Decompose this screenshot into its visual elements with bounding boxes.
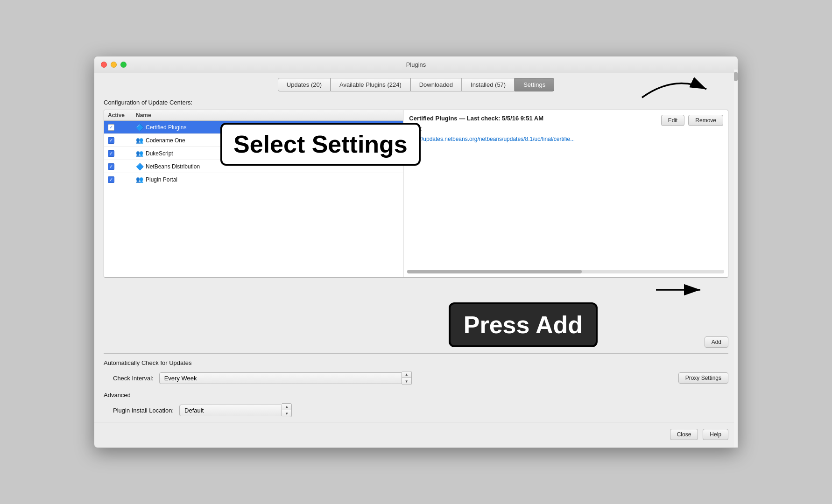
people-icon-4: 👥: [136, 176, 143, 183]
plugins-window: Plugins Updates (20) Available Plugins (…: [94, 56, 738, 448]
annotation-press-add: Press Add: [449, 302, 598, 347]
close-window-button[interactable]: [101, 62, 107, 68]
close-button[interactable]: Close: [670, 429, 698, 440]
arrow-add-icon: [651, 278, 707, 301]
annotation-select-settings: Select Settings: [220, 123, 421, 166]
checkbox-3[interactable]: ✓: [108, 163, 136, 170]
arrow-to-settings: [637, 70, 712, 104]
install-location-label: Plugin Install Location:: [113, 407, 174, 414]
section-title: Configuration of Update Centers:: [104, 99, 728, 106]
arrow-to-add: [651, 278, 707, 303]
right-pane: Edit Remove Certified Plugins — Last che…: [403, 110, 728, 277]
remove-button[interactable]: Remove: [688, 115, 723, 126]
check-interval-label: Check Interval:: [113, 375, 154, 382]
tab-updates[interactable]: Updates (20): [278, 78, 331, 91]
install-location-row: Plugin Install Location: Default Custom.…: [113, 403, 728, 417]
scrollbar-thumb[interactable]: [407, 270, 581, 273]
stepper-up-install[interactable]: ▲: [282, 404, 291, 410]
tab-available-plugins[interactable]: Available Plugins (224): [331, 78, 410, 91]
checkbox-0[interactable]: ✓: [108, 124, 136, 131]
checkbox-4[interactable]: ✓: [108, 176, 136, 183]
table-header: Active Name: [104, 110, 403, 121]
tab-downloaded[interactable]: Downloaded: [410, 78, 462, 91]
check-icon-0: ✓: [108, 124, 114, 131]
checkbox-1[interactable]: ✓: [108, 137, 136, 144]
detail-buttons: Edit Remove: [661, 115, 723, 126]
checkbox-2[interactable]: ✓: [108, 150, 136, 157]
check-icon-4: ✓: [108, 176, 114, 183]
check-icon-1: ✓: [108, 137, 114, 144]
detail-url[interactable]: http://updates.netbeans.org/netbeans/upd…: [409, 136, 722, 142]
stepper-up[interactable]: ▲: [402, 371, 411, 378]
minimize-window-button[interactable]: [111, 62, 117, 68]
stepper-down[interactable]: ▼: [402, 378, 411, 385]
row-name-4: 👥 Plugin Portal: [136, 176, 399, 183]
header-active: Active: [108, 112, 136, 119]
arrow-settings-icon: [637, 70, 712, 102]
tab-installed[interactable]: Installed (57): [462, 78, 515, 91]
check-interval-select-container: Every Hour Every Day Every Week Every Mo…: [159, 371, 673, 385]
cube-icon-0: 🔷: [136, 124, 143, 131]
auto-check-title: Automatically Check for Updates: [104, 353, 728, 366]
advanced-title: Advanced: [104, 392, 728, 399]
check-icon-3: ✓: [108, 163, 114, 170]
people-icon-1: 👥: [136, 137, 143, 144]
install-location-select[interactable]: Default Custom...: [179, 405, 282, 416]
traffic-lights: [101, 62, 127, 68]
window-title: Plugins: [406, 61, 426, 68]
horizontal-scrollbar[interactable]: [407, 270, 724, 273]
proxy-settings-button[interactable]: Proxy Settings: [678, 372, 728, 384]
table-row[interactable]: ✓ 👥 Plugin Portal: [104, 173, 403, 186]
people-icon-2: 👥: [136, 150, 143, 157]
stepper-down-install[interactable]: ▼: [282, 410, 291, 417]
footer-buttons: Close Help: [94, 422, 738, 448]
help-button[interactable]: Help: [703, 429, 728, 440]
add-row: Add: [104, 336, 728, 348]
tab-settings[interactable]: Settings: [515, 78, 554, 91]
cube-icon-3: 🔷: [136, 163, 143, 170]
maximize-window-button[interactable]: [120, 62, 127, 68]
check-interval-select[interactable]: Every Hour Every Day Every Week Every Mo…: [159, 372, 402, 384]
bottom-section: Add Automatically Check for Updates Chec…: [94, 336, 738, 422]
url-label: URL:: [409, 126, 722, 132]
install-location-stepper[interactable]: ▲ ▼: [282, 403, 292, 417]
check-icon-2: ✓: [108, 150, 114, 157]
check-interval-row: Check Interval: Every Hour Every Day Eve…: [104, 371, 728, 385]
header-name: Name: [136, 112, 399, 119]
check-interval-stepper[interactable]: ▲ ▼: [402, 371, 412, 385]
edit-button[interactable]: Edit: [661, 115, 685, 126]
install-select-container: Default Custom... ▲ ▼: [179, 403, 292, 417]
add-button[interactable]: Add: [705, 336, 728, 348]
